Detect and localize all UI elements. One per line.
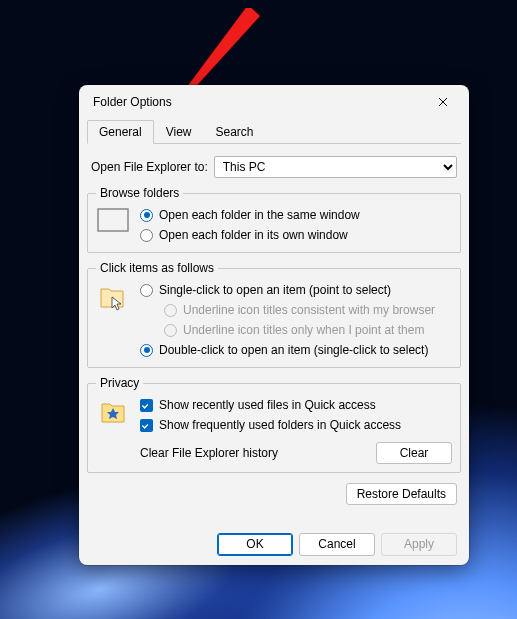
cursor-folder-icon — [98, 283, 128, 313]
radio-icon — [164, 324, 177, 337]
apply-button[interactable]: Apply — [381, 533, 457, 556]
check-frequent-folders[interactable]: Show frequently used folders in Quick ac… — [140, 416, 452, 434]
radio-icon — [140, 229, 153, 242]
restore-defaults-button[interactable]: Restore Defaults — [346, 483, 457, 505]
radio-same-window[interactable]: Open each folder in the same window — [140, 206, 452, 224]
clear-button[interactable]: Clear — [376, 442, 452, 464]
browse-folders-group: Browse folders Open each folder in the s… — [87, 186, 461, 253]
tab-view[interactable]: View — [154, 120, 204, 144]
open-explorer-label: Open File Explorer to: — [91, 160, 208, 174]
checkbox-icon — [140, 399, 153, 412]
checkbox-icon — [140, 419, 153, 432]
privacy-group: Privacy Show recently used files in Quic… — [87, 376, 461, 473]
titlebar: Folder Options — [79, 85, 469, 119]
ok-button[interactable]: OK — [217, 533, 293, 556]
window-icon — [97, 208, 129, 232]
tab-content-general: Open File Explorer to: This PC Browse fo… — [79, 144, 469, 505]
click-items-legend: Click items as follows — [96, 261, 218, 275]
radio-underline-browser: Underline icon titles consistent with my… — [140, 301, 452, 319]
privacy-legend: Privacy — [96, 376, 143, 390]
radio-icon — [140, 344, 153, 357]
radio-icon — [140, 284, 153, 297]
quickaccess-icon — [98, 398, 128, 428]
check-recent-files[interactable]: Show recently used files in Quick access — [140, 396, 452, 414]
tab-general[interactable]: General — [87, 120, 154, 144]
folder-options-dialog: Folder Options General View Search Open … — [79, 85, 469, 565]
svg-rect-0 — [98, 209, 128, 231]
radio-icon — [164, 304, 177, 317]
tab-strip: General View Search — [87, 119, 461, 144]
radio-double-click[interactable]: Double-click to open an item (single-cli… — [140, 341, 452, 359]
cancel-button[interactable]: Cancel — [299, 533, 375, 556]
dialog-footer: OK Cancel Apply — [79, 523, 469, 565]
close-icon — [438, 97, 448, 107]
radio-single-click[interactable]: Single-click to open an item (point to s… — [140, 281, 452, 299]
clear-history-label: Clear File Explorer history — [140, 446, 366, 460]
radio-own-window[interactable]: Open each folder in its own window — [140, 226, 452, 244]
radio-underline-point: Underline icon titles only when I point … — [140, 321, 452, 339]
click-items-group: Click items as follows Single-click to o… — [87, 261, 461, 368]
browse-folders-legend: Browse folders — [96, 186, 183, 200]
tab-search[interactable]: Search — [204, 120, 266, 144]
window-title: Folder Options — [93, 95, 423, 109]
radio-icon — [140, 209, 153, 222]
close-button[interactable] — [423, 88, 463, 116]
open-explorer-combo[interactable]: This PC — [214, 156, 457, 178]
